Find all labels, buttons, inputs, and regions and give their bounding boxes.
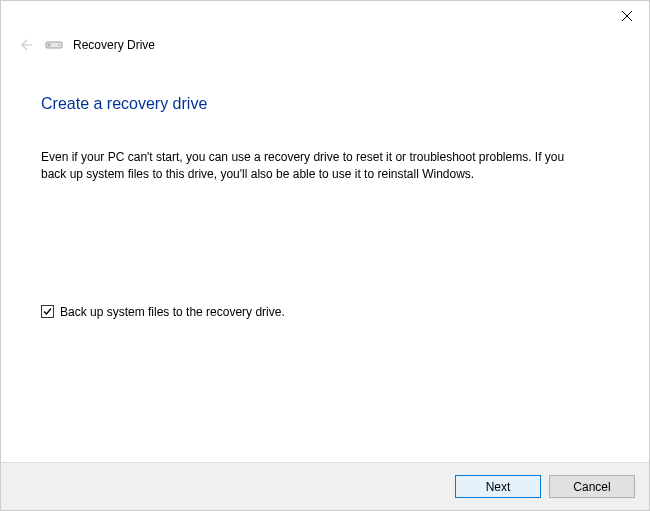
close-icon xyxy=(622,11,632,21)
svg-rect-3 xyxy=(48,44,51,47)
checkmark-icon xyxy=(42,306,53,317)
backup-checkbox-label: Back up system files to the recovery dri… xyxy=(60,305,285,319)
content-area: Create a recovery drive Even if your PC … xyxy=(1,55,649,319)
window-title: Recovery Drive xyxy=(73,38,155,52)
backup-checkbox[interactable] xyxy=(41,305,54,318)
back-arrow-icon xyxy=(17,37,33,53)
titlebar xyxy=(1,1,649,31)
cancel-button[interactable]: Cancel xyxy=(549,475,635,498)
recovery-drive-icon xyxy=(45,38,63,52)
back-button xyxy=(15,35,35,55)
close-button[interactable] xyxy=(604,1,649,30)
backup-checkbox-row[interactable]: Back up system files to the recovery dri… xyxy=(41,305,609,319)
description-text: Even if your PC can't start, you can use… xyxy=(41,149,581,183)
header-row: Recovery Drive xyxy=(1,31,649,55)
next-button[interactable]: Next xyxy=(455,475,541,498)
footer: Next Cancel xyxy=(1,462,649,510)
svg-point-4 xyxy=(58,44,60,46)
page-heading: Create a recovery drive xyxy=(41,95,609,113)
